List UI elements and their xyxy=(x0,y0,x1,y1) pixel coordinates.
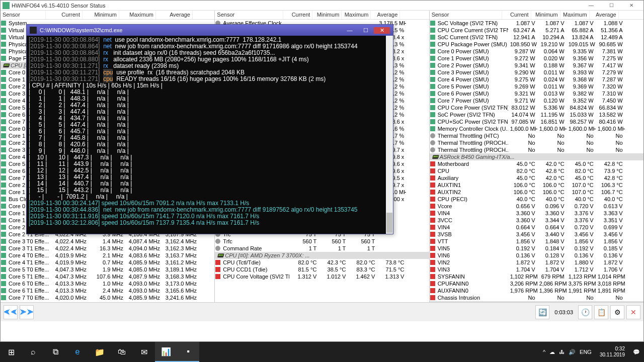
minimize-button[interactable]: — xyxy=(581,1,601,10)
sensor-icon xyxy=(1,147,6,152)
close-tool-button[interactable]: ✕ xyxy=(626,305,640,319)
table-row[interactable]: CPU Core Power (SVI2 TFN)83.012 W5.336 W… xyxy=(430,104,643,111)
explorer-button[interactable]: 📁 xyxy=(89,342,111,362)
table-row[interactable]: CPU Package Power (SMU)108.950 W19.210 W… xyxy=(430,41,643,48)
table-row[interactable]: Core 1 Power (SMU)9.272 W0.020 W9.356 W7… xyxy=(430,55,643,62)
panel-right-rows[interactable]: SoC Voltage (SVI2 TFN)1.087 V1.087 V1.08… xyxy=(430,20,643,321)
table-row[interactable]: VIN21.872 V1.872 V1.880 V1.872 V xyxy=(430,259,643,266)
cmd-scrollbar[interactable] xyxy=(386,36,393,234)
col-average[interactable]: Average xyxy=(156,11,193,19)
table-row[interactable]: VIN31.704 V1.704 V1.712 V1.706 V xyxy=(430,266,643,273)
sensor-icon xyxy=(1,281,6,286)
nav-prev-button[interactable]: ⮜⮜ xyxy=(4,305,18,319)
table-row[interactable]: Core 2 Power (SMU)9.341 W0.188 W9.367 W7… xyxy=(430,62,643,69)
close-button[interactable]: ✕ xyxy=(621,1,641,10)
section-header[interactable]: 📟ASRock B450 Gaming-ITX/a... xyxy=(430,153,643,160)
table-row[interactable]: CPU+SoC Power (SVI2 TFN)97.085 W16.851 W… xyxy=(430,118,643,125)
cmd-window[interactable]: C:\WINDOWS\system32\cmd.exe — ☐ ✕ [2019-… xyxy=(26,24,393,234)
table-row[interactable]: CPU (Tctl/Tdie)82.0 °C42.3 °C82.0 °C73.8… xyxy=(215,259,429,266)
edge-button[interactable]: e xyxy=(66,342,89,362)
maximize-button[interactable]: ☐ xyxy=(601,1,621,10)
table-row[interactable]: Core 7 T0 Effe...4,020.0 MHz45.0 MHz4,08… xyxy=(1,294,214,301)
table-row[interactable]: Core 7 Power (SMU)9.271 W0.120 W9.352 W7… xyxy=(430,97,643,104)
system-tray[interactable]: ^ ☁ 🖧 🔊 ENG 0:32 30.11.2019 💬 xyxy=(539,346,644,358)
table-row[interactable]: Core 0 Power (SMU)9.287 W0.064 W9.335 W7… xyxy=(430,48,643,55)
tool-3-button[interactable]: 📋 xyxy=(594,305,608,319)
taskview-button[interactable]: ⧉ xyxy=(44,342,66,362)
table-row[interactable]: Core 5 T1 Effe...4,047.3 MHz107.6 MHz4,0… xyxy=(1,273,214,280)
settings-button[interactable]: ⚙ xyxy=(610,305,624,319)
section-header[interactable]: 📟CPU [#0]: AMD Ryzen 7 3700X: ... xyxy=(215,252,429,259)
table-row[interactable]: VIN50.192 V0.184 V0.192 V0.185 V xyxy=(430,245,643,252)
table-row[interactable]: Thermal Throttling (PROCH...NoNoNoNo xyxy=(430,146,643,153)
tray-onedrive-icon[interactable]: ☁ xyxy=(549,349,555,355)
cmd-maximize[interactable]: ☐ xyxy=(358,27,374,34)
table-row[interactable]: AUXTIN2106.0 °C106.0 °C107.0 °C106.7 °C xyxy=(430,189,643,196)
table-row[interactable]: Trfc560 T560 T560 T xyxy=(215,238,429,245)
taskbar[interactable]: ⊞ ⌕ ⧉ e 📁 🛍 ✉ 📊 ▪ ^ ☁ 🖧 🔊 ENG 0:32 30.11… xyxy=(0,342,644,362)
table-row[interactable]: VIN60.136 V0.128 V0.136 V0.136 V xyxy=(430,252,643,259)
table-row[interactable]: CPU CCD1 (Tdie)81.5 °C38.5 °C83.3 °C71.5… xyxy=(215,266,429,273)
table-row[interactable]: Core 4 T0 Effe...4,019.9 MHz2.1 MHz4,083… xyxy=(1,252,214,259)
cmd-output[interactable]: [2019-11-30 00:30:08.864] net use pool r… xyxy=(27,36,393,227)
table-row[interactable]: SoC Current (SVI2 TFN)12.941 A10.294 A13… xyxy=(430,34,643,41)
mail-button[interactable]: ✉ xyxy=(133,342,155,362)
table-row[interactable]: 3VCC3.360 V3.344 V3.376 V3.351 V xyxy=(430,217,643,224)
tray-lang[interactable]: ENG xyxy=(580,349,592,355)
table-row[interactable]: Thermal Throttling (PROCH...NoNoNoNo xyxy=(430,139,643,146)
nav-next-button[interactable]: ⮞⮞ xyxy=(20,305,34,319)
table-row[interactable]: CPUFANIN03,206 RPM2,086 RPM3,375 RPM3,01… xyxy=(430,280,643,287)
hwinfo-task[interactable]: 📊 xyxy=(155,342,177,362)
store-button[interactable]: 🛍 xyxy=(111,342,133,362)
col-sensor[interactable]: Sensor xyxy=(1,11,46,19)
table-row[interactable]: VIN40.664 V0.664 V0.720 V0.699 V xyxy=(430,224,643,231)
tray-chevron-icon[interactable]: ^ xyxy=(543,349,545,355)
table-row[interactable]: CPU Core Voltage (SVI2 TFN)1.312 V1.012 … xyxy=(215,273,429,280)
clock-icon[interactable]: 🕐 xyxy=(578,305,592,319)
table-row[interactable]: Core 4 T1 Effe...4,019.9 MHz0.7 MHz4,085… xyxy=(1,259,214,266)
tray-network-icon[interactable]: 🖧 xyxy=(559,349,565,355)
sensor-icon xyxy=(430,168,435,173)
table-row[interactable]: SoC Voltage (SVI2 TFN)1.087 V1.087 V1.08… xyxy=(430,20,643,27)
table-row[interactable]: CPU Core Current (SVI2 TFN)63.247 A5.271… xyxy=(430,27,643,34)
start-button[interactable]: ⊞ xyxy=(0,342,22,362)
table-row[interactable]: Memory Controller Clock (U...1,600.0 MHz… xyxy=(430,125,643,132)
col-current[interactable]: Current xyxy=(46,11,83,19)
search-button[interactable]: ⌕ xyxy=(22,342,44,362)
tool-1-button[interactable]: 🔄 xyxy=(535,305,549,319)
table-row[interactable]: Core 5 Power (SMU)9.269 W0.011 W9.369 W7… xyxy=(430,83,643,90)
table-row[interactable]: Core 5 T0 Effe...4,047.3 MHz1.9 MHz4,085… xyxy=(1,266,214,273)
table-row[interactable]: Motherboard45.0 °C42.0 °C45.0 °C42.8 °C xyxy=(430,160,643,167)
table-row[interactable]: Vcore0.656 V0.096 V0.720 V0.613 V xyxy=(430,203,643,210)
table-row[interactable]: VIN43.360 V3.360 V3.376 V3.363 V xyxy=(430,210,643,217)
table-row[interactable]: SoC Power (SVI2 TFN)14.074 W11.195 W15.0… xyxy=(430,111,643,118)
table-row[interactable]: Auxiliary45.0 °C42.0 °C45.0 °C42.8 °C xyxy=(430,174,643,182)
table-row[interactable]: VTT1.856 V1.848 V1.856 V1.856 V xyxy=(430,238,643,245)
table-row[interactable]: Core 3 T0 Effe...4,022.4 MHz1.4 MHz4,087… xyxy=(1,238,214,245)
table-row[interactable]: SYSFANIN1,102 RPM679 RPM1,123 RPM1,014 R… xyxy=(430,273,643,280)
titlebar[interactable]: HWiNFO64 v6.15-4010 Sensor Status — ☐ ✕ xyxy=(1,1,643,11)
cmd-task[interactable]: ▪ xyxy=(177,342,199,362)
table-row[interactable]: Core 3 T1 Effe...4,022.4 MHz16.3 MHz4,09… xyxy=(1,245,214,252)
table-row[interactable]: Core 6 Power (SMU)9.321 W0.013 W9.382 W7… xyxy=(430,90,643,97)
table-row[interactable]: Core 3 Power (SMU)9.290 W0.011 W9.393 W7… xyxy=(430,69,643,76)
table-row[interactable]: Command Rate1 T1 T1 T xyxy=(215,245,429,252)
cmd-minimize[interactable]: — xyxy=(342,27,358,33)
table-row[interactable]: Chassis IntrusionNoNoNoNo xyxy=(430,294,643,301)
table-row[interactable]: Core 6 T0 Effe...4,013.3 MHz1.0 MHz4,093… xyxy=(1,280,214,287)
cmd-titlebar[interactable]: C:\WINDOWS\system32\cmd.exe — ☐ ✕ xyxy=(27,25,393,36)
col-minimum[interactable]: Minimum xyxy=(83,11,119,19)
table-row[interactable]: 3VSB3.456 V3.440 V3.456 V3.456 V xyxy=(430,231,643,238)
table-row[interactable]: AUXTIN1106.0 °C106.0 °C107.0 °C106.3 °C xyxy=(430,182,643,189)
tray-volume-icon[interactable]: 🔊 xyxy=(569,349,576,355)
notifications-button[interactable]: 💬 xyxy=(633,349,640,355)
table-row[interactable]: Thermal Throttling (HTC)NoNoNoNo xyxy=(430,132,643,139)
table-row[interactable]: Core 4 Power (SMU)9.275 W0.024 W9.368 W7… xyxy=(430,76,643,83)
taskbar-clock[interactable]: 0:32 30.11.2019 xyxy=(596,346,629,358)
table-row[interactable]: AUXFANIN01,976 RPM1,396 RPM1,991 RPM1,89… xyxy=(430,287,643,294)
cmd-close[interactable]: ✕ xyxy=(374,27,390,34)
col-maximum[interactable]: Maximum xyxy=(119,11,156,19)
table-row[interactable]: Core 6 T1 Effe...4,013.3 MHz2.4 MHz4,093… xyxy=(1,287,214,294)
table-row[interactable]: CPU82.0 °C42.8 °C82.0 °C73.9 °C xyxy=(430,167,643,174)
table-row[interactable]: CPU (PECI)40.0 °C40.0 °C40.0 °C40.0 °C xyxy=(430,196,643,203)
